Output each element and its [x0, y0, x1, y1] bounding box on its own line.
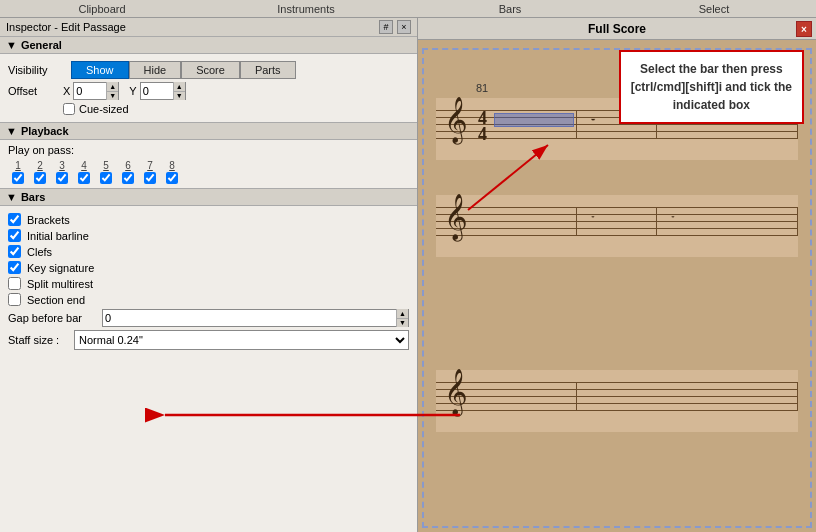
playback-label: Playback	[21, 125, 69, 137]
x-spin-arrows: ▲ ▼	[106, 82, 118, 100]
tooltip-line1: Select the bar then press	[640, 62, 783, 76]
y-input[interactable]	[141, 83, 173, 99]
staff-section-3: 𝄞	[436, 370, 798, 432]
y-offset-group: Y ▲ ▼	[129, 82, 185, 100]
full-score-header: Full Score ×	[418, 18, 816, 40]
pass-num-1: 1	[15, 160, 21, 171]
bars-section-content: Brackets Initial barline Clefs Key signa…	[0, 206, 417, 357]
pass-item-6: 6	[122, 160, 134, 184]
y-spinbox: ▲ ▼	[140, 82, 186, 100]
pass-cb-3[interactable]	[56, 172, 68, 184]
pass-cb-5[interactable]	[100, 172, 112, 184]
y-label: Y	[129, 85, 136, 97]
offset-label: Offset	[8, 85, 53, 97]
pass-cb-1[interactable]	[12, 172, 24, 184]
treble-clef-1: 𝄞	[444, 100, 468, 140]
panel-close-button[interactable]: ×	[397, 20, 411, 34]
clefs-checkbox[interactable]	[8, 245, 21, 258]
gap-input[interactable]	[103, 310, 396, 326]
gap-spinbox: ▲ ▼	[102, 309, 409, 327]
gap-up-arrow[interactable]: ▲	[396, 309, 408, 319]
barline-2-end	[797, 207, 798, 236]
barline-3-end	[797, 382, 798, 411]
tooltip-line2: [ctrl/cmd][shift]i and tick the	[631, 80, 792, 94]
offset-row: Offset X ▲ ▼ Y	[8, 82, 409, 100]
pass-cb-2[interactable]	[34, 172, 46, 184]
key-signature-checkbox[interactable]	[8, 261, 21, 274]
pass-item-5: 5	[100, 160, 112, 184]
split-multirest-checkbox[interactable]	[8, 277, 21, 290]
full-score-title: Full Score	[588, 22, 646, 36]
pass-num-6: 6	[125, 160, 131, 171]
pass-cb-8[interactable]	[166, 172, 178, 184]
section-end-row: Section end	[8, 293, 409, 306]
hide-button[interactable]: Hide	[129, 61, 182, 79]
staff-line-1-4	[436, 131, 798, 132]
cue-sized-row: Cue-sized	[8, 103, 409, 115]
x-down-arrow[interactable]: ▼	[106, 92, 118, 101]
visibility-buttons: Show Hide Score Parts	[71, 61, 296, 79]
general-section-header: ▼ General	[0, 37, 417, 54]
pass-cb-6[interactable]	[122, 172, 134, 184]
pass-item-4: 4	[78, 160, 90, 184]
pass-num-7: 7	[147, 160, 153, 171]
barline-2-2	[656, 207, 657, 236]
cue-sized-checkbox[interactable]	[63, 103, 75, 115]
y-spin-arrows: ▲ ▼	[173, 82, 185, 100]
blue-selection-box	[494, 113, 574, 127]
initial-barline-checkbox[interactable]	[8, 229, 21, 242]
panel-header-controls: # ×	[379, 20, 411, 34]
playback-section-header: ▼ Playback	[0, 122, 417, 140]
x-offset-group: X ▲ ▼	[63, 82, 119, 100]
staff-size-label: Staff size :	[8, 334, 68, 346]
instruments-label: Instruments	[204, 3, 408, 15]
pass-item-8: 8	[166, 160, 178, 184]
play-on-pass-label: Play on pass:	[8, 144, 409, 156]
panel-header: Inspector - Edit Passage # ×	[0, 18, 417, 37]
treble-clef-3: 𝄞	[444, 372, 468, 412]
pass-item-2: 2	[34, 160, 46, 184]
initial-barline-label: Initial barline	[27, 230, 89, 242]
y-up-arrow[interactable]: ▲	[173, 82, 185, 92]
full-score-close-button[interactable]: ×	[796, 21, 812, 37]
initial-barline-row: Initial barline	[8, 229, 409, 242]
clefs-label: Clefs	[27, 246, 52, 258]
bars-section-header: ▼ Bars	[0, 188, 417, 206]
staff-line-2-1	[436, 207, 798, 208]
staff-line-2-4	[436, 228, 798, 229]
panel-pin-button[interactable]: #	[379, 20, 393, 34]
general-label: General	[21, 39, 62, 51]
staff-size-select[interactable]: Normal 0.24"	[74, 330, 409, 350]
bars-triangle: ▼	[6, 191, 17, 203]
pass-grid: 1 2 3 4 5	[12, 160, 409, 184]
staff-line-2-2	[436, 214, 798, 215]
general-section-content: Visibility Show Hide Score Parts Offset …	[0, 54, 417, 122]
show-button[interactable]: Show	[71, 61, 129, 79]
section-end-checkbox[interactable]	[8, 293, 21, 306]
visibility-label: Visibility	[8, 64, 63, 76]
x-up-arrow[interactable]: ▲	[106, 82, 118, 92]
playback-triangle: ▼	[6, 125, 17, 137]
gap-down-arrow[interactable]: ▼	[396, 319, 408, 328]
select-label: Select	[612, 3, 816, 15]
score-content: Select the bar then press [ctrl/cmd][shi…	[418, 40, 816, 532]
x-spinbox: ▲ ▼	[73, 82, 119, 100]
split-multirest-label: Split multirest	[27, 278, 93, 290]
pass-num-5: 5	[103, 160, 109, 171]
pass-num-8: 8	[169, 160, 175, 171]
brackets-row: Brackets	[8, 213, 409, 226]
pass-item-3: 3	[56, 160, 68, 184]
parts-button[interactable]: Parts	[240, 61, 296, 79]
staff-line-3-1	[436, 382, 798, 383]
measure-number: 81	[476, 82, 488, 94]
pass-num-2: 2	[37, 160, 43, 171]
score-button[interactable]: Score	[181, 61, 240, 79]
pass-cb-7[interactable]	[144, 172, 156, 184]
brackets-checkbox[interactable]	[8, 213, 21, 226]
section-end-label: Section end	[27, 294, 85, 306]
clefs-row: Clefs	[8, 245, 409, 258]
tooltip-line3: indicated box	[673, 98, 750, 112]
y-down-arrow[interactable]: ▼	[173, 92, 185, 101]
pass-cb-4[interactable]	[78, 172, 90, 184]
x-input[interactable]	[74, 83, 106, 99]
